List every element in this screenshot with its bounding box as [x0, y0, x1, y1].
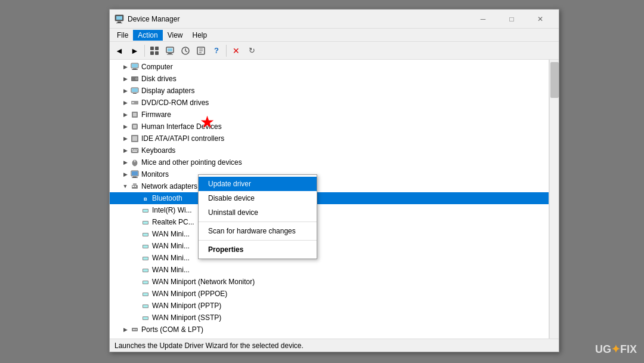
svg-rect-28 [132, 102, 134, 103]
ctx-properties[interactable]: Properties [199, 242, 317, 257]
tree-item-wan1[interactable]: WAN Mini... [110, 228, 549, 240]
expand-icon-display: ▶ [120, 86, 130, 96]
ports-label: Ports (COM & LPT) [141, 325, 203, 334]
tree-item-wan-monitor[interactable]: WAN Miniport (Network Monitor) [110, 276, 549, 288]
intel-wifi-label: Intel(R) Wi... [152, 206, 192, 214]
menu-help[interactable]: Help [188, 30, 212, 41]
svg-rect-40 [132, 151, 137, 152]
back-button[interactable]: ◄ [112, 44, 126, 58]
minimize-button[interactable]: ─ [469, 10, 497, 28]
menu-bar: File Action View Help [110, 29, 559, 42]
show-all-devices-button[interactable] [147, 44, 162, 58]
tree-item-wan3[interactable]: WAN Mini... [110, 252, 549, 264]
disk-drives-label: Disk drives [141, 75, 177, 83]
svg-point-23 [136, 78, 137, 79]
close-button[interactable]: ✕ [527, 10, 554, 28]
svg-rect-11 [167, 54, 173, 54]
wan-monitor-label: WAN Miniport (Network Monitor) [152, 278, 255, 286]
svg-rect-5 [155, 47, 159, 50]
ide-label: IDE ATA/ATAPI controllers [141, 134, 224, 143]
realtek-label: Realtek PC... [152, 218, 194, 226]
svg-rect-25 [132, 88, 138, 92]
window-controls: ─ □ ✕ [469, 10, 554, 28]
wan3-label: WAN Mini... [152, 254, 190, 262]
tree-item-wan4[interactable]: WAN Mini... [110, 264, 549, 276]
svg-rect-3 [116, 23, 122, 23]
scrollbar-track[interactable] [549, 60, 559, 339]
watermark: UG✦FIX [595, 343, 637, 356]
tree-item-display[interactable]: ▶ Display adapters [110, 85, 549, 97]
ctx-disable-device[interactable]: Disable device [199, 191, 317, 205]
tree-item-wan2[interactable]: WAN Mini... [110, 240, 549, 252]
tree-item-wan-pppoe[interactable]: WAN Miniport (PPPOE) [110, 288, 549, 300]
tree-item-wan-pptp[interactable]: WAN Miniport (PPTP) [110, 300, 549, 312]
maximize-button[interactable]: □ [498, 10, 525, 28]
wan-monitor-icon [141, 277, 150, 287]
tree-item-mice[interactable]: ▶ Mice and other pointing devices [110, 156, 549, 168]
svg-rect-71 [143, 305, 148, 307]
svg-point-43 [134, 161, 136, 162]
tree-item-realtek[interactable]: Realtek PC... [110, 216, 549, 228]
ctx-update-driver[interactable]: Update driver [199, 177, 317, 191]
svg-rect-30 [133, 113, 137, 116]
tree-item-intel-wifi[interactable]: Intel(R) Wi... [110, 204, 549, 216]
expand-icon-print: ▶ [120, 337, 130, 339]
expand-icon-bluetooth [131, 193, 141, 203]
svg-rect-32 [133, 125, 137, 128]
expand-icon-dvd: ▶ [120, 98, 130, 107]
svg-rect-46 [133, 177, 137, 177]
wan4-label: WAN Mini... [152, 266, 190, 274]
tree-item-firmware[interactable]: ▶ Firmware [110, 109, 549, 121]
menu-view[interactable]: View [163, 30, 188, 41]
disk-icon [130, 74, 140, 84]
update-driver-button[interactable] [178, 44, 193, 58]
help-button[interactable]: ? [209, 44, 224, 58]
firmware-icon [130, 110, 140, 119]
wan4-icon [141, 265, 150, 275]
tree-item-ports[interactable]: ▶ Ports (COM & LPT) [110, 324, 549, 336]
svg-rect-35 [131, 148, 138, 153]
wan2-icon [141, 241, 150, 251]
tree-item-disk-drives[interactable]: ▶ Disk drives [110, 73, 549, 85]
svg-rect-51 [133, 183, 137, 185]
tree-item-computer[interactable]: ▶ Computer [110, 61, 549, 73]
expand-icon-wan4 [131, 265, 141, 275]
forward-button[interactable]: ► [128, 44, 142, 58]
tree-item-print[interactable]: ▶ Print queues [110, 336, 549, 339]
device-manager-button[interactable] [163, 44, 177, 58]
ctx-scan-hardware[interactable]: Scan for hardware changes [199, 224, 317, 238]
properties-button[interactable] [194, 44, 208, 58]
device-tree[interactable]: ▶ Computer ▶ Disk drives ▶ [110, 60, 549, 339]
status-text: Launches the Update Driver Wizard for th… [114, 342, 304, 350]
tree-item-monitors[interactable]: ▶ Monitors [110, 168, 549, 180]
window-icon [114, 14, 124, 24]
wan-pptp-label: WAN Miniport (PPTP) [152, 302, 221, 310]
tree-item-bluetooth[interactable]: B Bluetooth [110, 192, 549, 204]
svg-text:B: B [144, 196, 147, 202]
svg-rect-7 [155, 51, 159, 55]
expand-icon-intel [131, 205, 141, 215]
bluetooth-icon: B [141, 193, 150, 203]
desktop: Device Manager ─ □ ✕ File Action View He… [0, 0, 644, 363]
menu-file[interactable]: File [112, 30, 133, 41]
tree-item-wan-sstp[interactable]: WAN Miniport (SSTP) [110, 312, 549, 324]
tree-item-hid[interactable]: ▶ Human Interface Devices [110, 121, 549, 133]
network-icon [130, 182, 140, 191]
tree-item-dvd[interactable]: ▶ DVD/CD-ROM drives [110, 97, 549, 109]
scan-button[interactable]: ✕ [229, 44, 243, 58]
expand-icon-wan-pppoe [131, 289, 141, 299]
ctx-uninstall-device[interactable]: Uninstall device [199, 205, 317, 220]
scrollbar-thumb[interactable] [550, 62, 559, 98]
expand-icon-wan3 [131, 253, 141, 263]
tree-item-keyboards[interactable]: ▶ Keyboards [110, 144, 549, 156]
tree-item-ide[interactable]: ▶ IDE ATA/ATAPI controllers [110, 133, 549, 144]
expand-icon-wan1 [131, 229, 141, 239]
svg-rect-49 [132, 186, 134, 187]
refresh-button[interactable]: ↻ [244, 44, 259, 58]
toolbar-separator-2 [226, 45, 227, 57]
menu-action[interactable]: Action [133, 30, 162, 41]
svg-rect-1 [116, 16, 122, 20]
wan-pppoe-icon [141, 289, 150, 299]
tree-item-network[interactable]: ▼ Network adapters [110, 180, 549, 192]
svg-rect-18 [132, 64, 138, 67]
